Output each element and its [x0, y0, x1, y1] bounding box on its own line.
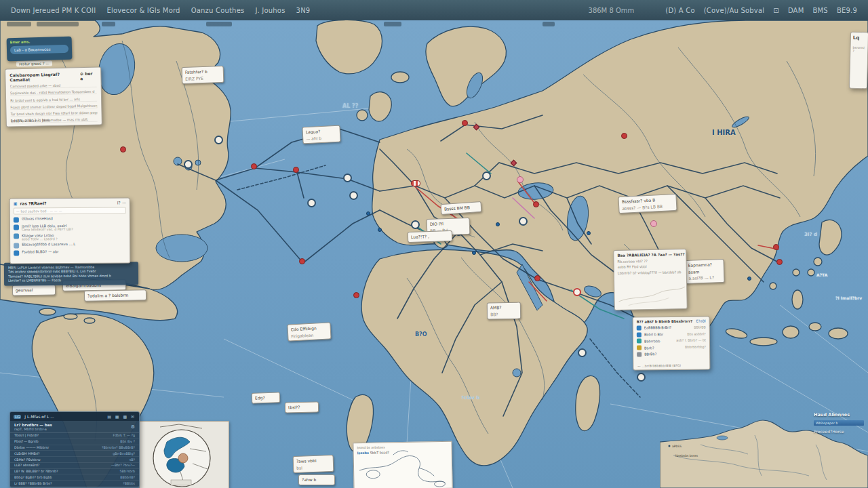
- details-row-value: 5Bb?sbrb: [120, 470, 136, 473]
- side-card[interactable]: Lq bsrsmsl ?: [849, 32, 868, 89]
- details-rows: Tbssrl | Fsbrdl?Fdbrk T. — ?gPbssf — Bgr…: [10, 433, 139, 487]
- notice-line-0: Camovad pjaded arke — sbsd: [10, 83, 97, 89]
- details-row[interactable]: Bbbg? BgBrl? brb BgbbBBbbrlB?: [10, 474, 139, 481]
- details-row[interactable]: Pbssf — BgrslbBbs lbv ?: [10, 439, 139, 445]
- toolbar-chip-0[interactable]: [7, 22, 31, 26]
- poi-row[interactable]: Bbbrrbbbasb? l. Bbrb? — bt: [637, 338, 706, 344]
- toolbar-chip-1[interactable]: [37, 22, 79, 26]
- route-panel-line-2: Lbbrlrb? b? vrbbbg???lI — bbrsbb? sb: [618, 270, 683, 275]
- list-item-subtitle: asbd Tddv ... Lsadrd ?: [22, 237, 58, 241]
- side-card-line1: Lq: [853, 35, 866, 41]
- info-card-pill[interactable]: Lab - a Bacanvoces: [10, 45, 68, 54]
- gear-icon[interactable]: ⚙: [131, 424, 135, 430]
- list-item[interactable]: Gtbvas rmseHasd: [14, 216, 126, 222]
- menubar: Down Jereued PM K COIIElovecor & IGIs Mo…: [0, 0, 868, 20]
- details-row-key: CBMa? PBvbbrw: [14, 458, 41, 462]
- poi-row[interactable]: Bbbrl b BbrBbs asbbrl?: [637, 331, 706, 337]
- details-row[interactable]: LB? W. BBLBBr? br ?Bbrsb?5Bb?sbrb: [10, 469, 139, 475]
- details-row[interactable]: CBMa? PBvbbrwsB?: [10, 457, 139, 463]
- poi-row-icon: [637, 339, 642, 344]
- menubar-right-item-4[interactable]: BMS: [812, 7, 827, 14]
- details-row[interactable]: CLBrBM MMBrl?gBrrBvvBBlg?: [10, 451, 139, 457]
- details-panel[interactable]: LG J L.Mfas.of L ... ▤ ▦ ▩ ✉ Lr? brvdbrs…: [9, 411, 140, 488]
- notice-action-icon: ⊙: [80, 71, 83, 76]
- route-panel[interactable]: Baa ?ABALIEIA? ?A ?aa? — ?as?? Rb.ssvaae…: [613, 249, 688, 310]
- legend-label-1: Haud Abonnes: [814, 412, 868, 418]
- island-new-guinea: [829, 328, 848, 339]
- details-row-key: Dbrbw ——— Mlbbrsr: [14, 446, 49, 449]
- details-row-value: sB?: [130, 458, 135, 462]
- list-item-text: Kbagw vasv Lrdaoasbd Tddv ... Lsadrd ?: [22, 233, 58, 241]
- route-panel-sketch: [614, 280, 688, 308]
- list-panel-header-actions[interactable]: I? —: [117, 200, 126, 205]
- polar-inset[interactable]: [139, 421, 229, 488]
- poi-panel[interactable]: B?? aBs? b Bbmb Bbssbrsrr? E?aBl EaBBBBB…: [633, 316, 711, 370]
- poi-row-icon: [637, 352, 642, 357]
- poi-row-value: asb? l. Bbrb? — bt: [676, 339, 706, 342]
- poi-row-text: Bbbrrbbb: [644, 339, 660, 343]
- list-item[interactable]: Jsml? lass LLB dalu, asalrlCana ldbdasd?…: [14, 224, 126, 232]
- details-header: LG J L.Mfas.of L ... ▤ ▦ ▩ ✉: [10, 412, 139, 421]
- details-header-icons[interactable]: ▤ ▦ ▩ ✉: [107, 414, 136, 419]
- notice-line-2: Rr brdol vanl b agbivb a hsd fd brr ... …: [10, 96, 97, 103]
- menubar-status: 386M 8 Omm: [589, 7, 635, 14]
- notice-action[interactable]: ⊙ ber a: [80, 71, 97, 81]
- details-row[interactable]: LLB? abssaBrd?—Bbr? ?brv?—: [10, 463, 139, 469]
- toolbar-chip-4[interactable]: [384, 22, 401, 26]
- list-item-title: Ebsavagbfdbb d Lasansva ....L: [22, 242, 75, 247]
- poi-link[interactable]: E?aBl: [696, 319, 705, 323]
- toolbar-chip-3[interactable]: [206, 22, 232, 26]
- island-java: [750, 338, 777, 346]
- info-card[interactable]: Emer ams. Lab - a Bacanvoces: [7, 37, 73, 62]
- list-panel-header: ▣ ras ?RRael? I? —: [14, 200, 126, 205]
- menubar-item-2[interactable]: Oanzu Couthes: [191, 7, 245, 14]
- poi-row-value: BBblBB: [694, 325, 706, 329]
- list-item-title: Fsvbbd BLBD? — abr: [22, 249, 58, 253]
- list-rows: Gtbvas rmseHasdJsml? lass LLB dalu, asal…: [14, 216, 126, 256]
- list-item[interactable]: Ebsavagbfdbb d Lasansva ....L: [14, 242, 126, 249]
- route-panel-line-0: Rb.ssvaae vbl? ??: [617, 258, 682, 264]
- menubar-item-1[interactable]: Elovecor & IGIs Mord: [106, 7, 180, 14]
- list-item-icon: [14, 243, 19, 248]
- list-footer-line-0: MBRI LsPLH Lavbsvl vbamas Bsjbmav — Tsam…: [8, 265, 134, 269]
- list-item-text: Gtbvas rmseHasd: [22, 216, 53, 220]
- menubar-item-3[interactable]: J. Jouhos: [255, 7, 285, 14]
- island-caribbean-3: [84, 318, 95, 323]
- menubar-right-item-2[interactable]: ⊡: [773, 7, 779, 14]
- side-card-line2: bsrsmsl ?: [852, 46, 865, 53]
- notice-line-4: Tar brod vbah dvsgn nbr Fwa rdfarl brar …: [10, 110, 97, 117]
- toolbar-chip-2[interactable]: [102, 22, 115, 26]
- menubar-right-item-1[interactable]: (Cove)/Au Sobval: [704, 7, 765, 14]
- gulf-of-mexico: [156, 235, 208, 262]
- details-row[interactable]: Lr BBB? ?BBbrBb Brbs??BBbbs: [10, 481, 139, 487]
- list-item[interactable]: Kbagw vasv Lrdaoasbd Tddv ... Lsadrd ?: [14, 232, 126, 241]
- details-row-value: ?Bbrsrbv? BBvBBrB?: [102, 446, 135, 449]
- list-panel[interactable]: ▣ ras ?RRael? I? — — bsd sasbsv bsd · — …: [9, 197, 131, 264]
- details-row-value: BBbbrlB?: [120, 476, 135, 479]
- list-panel-title: ras ?RRael?: [20, 201, 46, 205]
- poi-title: B?? aBs? b Bbmb Bbssbrsrr?: [637, 319, 693, 324]
- menubar-item-4[interactable]: 3N9: [296, 7, 311, 14]
- list-footer-line-2: Tbmsad? AABL?BBLs sLm asvbbs bsbd Bbl bb…: [8, 274, 134, 278]
- list-item[interactable]: Fsvbbd BLBD? — abr: [14, 249, 126, 256]
- route-panel-line-1: asbb RY Fbd vbbl: [618, 264, 683, 269]
- details-row[interactable]: Dbrbw ——— Mlbbrsr?Bbrsrbv? BBvBBrB?: [10, 445, 139, 451]
- sketch-inset[interactable]: bsssd bs asbsbsss Isssbs SbbT bssd?: [353, 441, 452, 488]
- details-row[interactable]: Tbssrl | Fsbrdl?Fdbrk T. — ?g: [10, 433, 139, 439]
- menubar-left: Down Jereued PM K COIIElovecor & IGIs Mo…: [11, 7, 310, 14]
- poi-row[interactable]: Bbrb?Bbbrbbrbbg?: [637, 345, 706, 350]
- list-panel-toolbar[interactable]: — bsd sasbsv bsd · — — —: [14, 207, 126, 214]
- menubar-right-item-5[interactable]: BE9.9: [837, 7, 857, 14]
- route-panel-body: Rb.ssvaae vbl? ??asbb RY Fbd vbblLbbrlrb…: [617, 258, 682, 275]
- details-row-value: gBrrBvvBBlg?: [113, 452, 135, 455]
- menubar-item-0[interactable]: Down Jereued PM K COII: [11, 7, 96, 14]
- poi-row[interactable]: BBrBb?: [637, 351, 706, 357]
- legend-stack: Haud Abonnes Wbitepaper b Proceed?Horse: [814, 412, 868, 434]
- poi-row[interactable]: EaBBBBBrBrBrl?BBblBB: [637, 325, 706, 330]
- menubar-right-item-0[interactable]: (D) A Co: [665, 7, 694, 14]
- menubar-right-item-3[interactable]: DAM: [788, 7, 804, 14]
- notice-panel[interactable]: Calsbaropam Liagraf? Camallat ⊙ ber a Ca…: [5, 67, 102, 127]
- toolbar-chip-5[interactable]: [542, 22, 555, 26]
- legend-bar[interactable]: Wbitepaper b: [814, 420, 864, 426]
- island-sulawesi: [809, 323, 821, 331]
